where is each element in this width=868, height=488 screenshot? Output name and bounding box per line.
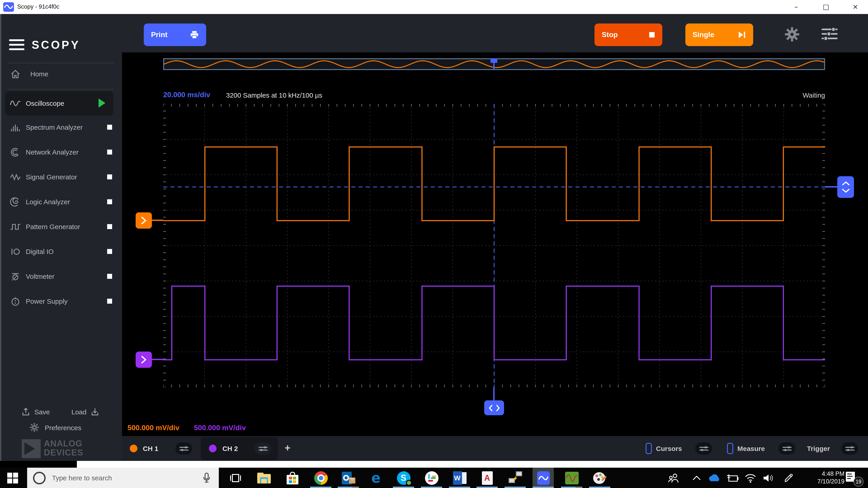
- sidebar-item-label: Pattern Generator: [26, 223, 80, 230]
- load-button[interactable]: Load: [71, 407, 100, 417]
- sidebar-item-voltmeter[interactable]: Voltmeter: [0, 264, 122, 289]
- word-button[interactable]: W: [449, 468, 470, 488]
- divider: [8, 89, 114, 90]
- sidebar-item-oscilloscope[interactable]: Oscilloscope: [5, 91, 114, 116]
- window-title: Scopy - 91c4f0c: [17, 3, 59, 10]
- sidebar-item-label: Power Supply: [26, 297, 68, 305]
- save-label: Save: [34, 408, 50, 416]
- taskbar-clock[interactable]: 4:48 PM 7/10/2019: [799, 470, 844, 485]
- running-underline: [421, 486, 442, 488]
- save-button[interactable]: Save: [21, 407, 50, 417]
- ch2-scale-label: 500.000 mV/div: [194, 424, 246, 432]
- task-view-button[interactable]: [225, 468, 246, 488]
- battery-icon[interactable]: [725, 471, 739, 485]
- gear-icon: [29, 422, 40, 433]
- paint-button[interactable]: [589, 468, 610, 488]
- menu-icon[interactable]: [9, 39, 24, 52]
- people-icon[interactable]: [667, 471, 680, 485]
- general-settings-sliders-icon[interactable]: [820, 26, 839, 44]
- microsoft-store-button[interactable]: [282, 468, 303, 488]
- onedrive-icon[interactable]: [708, 471, 721, 485]
- trigger-settings-button[interactable]: [841, 442, 858, 455]
- add-channel-button[interactable]: +: [281, 442, 294, 455]
- cursors-checkbox[interactable]: [646, 443, 652, 454]
- putty-button[interactable]: [504, 468, 526, 488]
- sidebar-item-label: Oscilloscope: [26, 99, 64, 107]
- chrome-button[interactable]: [310, 468, 331, 488]
- running-underline: [504, 486, 526, 488]
- preview-trigger-marker-handle[interactable]: [491, 58, 497, 63]
- sidebar-item-digital-io[interactable]: Digital IO: [0, 239, 122, 264]
- skype-icon: S: [397, 471, 410, 485]
- trigger-level-line: [825, 186, 837, 188]
- measure-checkbox[interactable]: [727, 443, 733, 454]
- ch2-color-dot[interactable]: [209, 445, 217, 452]
- paint-icon: [593, 471, 607, 485]
- waveforms-button[interactable]: [561, 468, 582, 488]
- sidebar-item-spectrum-analyzer[interactable]: Spectrum Analyzer: [0, 115, 122, 140]
- sidebar-item-label: Network Analyzer: [26, 148, 79, 156]
- task-view-icon: [229, 473, 242, 483]
- pen-icon[interactable]: [782, 471, 796, 485]
- sidebar-item-label: Signal Generator: [26, 173, 77, 181]
- single-label: Single: [692, 31, 714, 39]
- slack-button[interactable]: [421, 468, 442, 488]
- running-underline: [476, 486, 498, 488]
- sidebar-item-logic-analyzer[interactable]: Logic Analyzer: [0, 190, 122, 214]
- maximize-button[interactable]: □: [813, 0, 839, 14]
- start-button[interactable]: [2, 468, 23, 488]
- ch1-settings-button[interactable]: [176, 442, 192, 455]
- wifi-icon[interactable]: [744, 471, 757, 485]
- sidebar-item-home[interactable]: Home: [0, 62, 122, 86]
- sidebar-item-network-analyzer[interactable]: Network Analyzer: [0, 140, 122, 164]
- running-underline: [338, 486, 359, 488]
- taskbar-search-box[interactable]: Type here to search: [27, 468, 219, 488]
- digital-io-icon: [9, 246, 21, 258]
- voltmeter-icon: [9, 271, 21, 283]
- single-button[interactable]: Single: [685, 24, 753, 46]
- trigger-level-handle[interactable]: [837, 176, 854, 198]
- skype-button[interactable]: S: [393, 468, 414, 488]
- running-underline: [532, 486, 554, 488]
- measure-settings-button[interactable]: [778, 442, 795, 455]
- ch1-scale-label: 500.000 mV/div: [127, 424, 180, 432]
- close-button[interactable]: ×: [843, 0, 868, 14]
- ch2-offset-handle[interactable]: [135, 352, 152, 368]
- ch2-label[interactable]: CH 2: [222, 445, 238, 452]
- sidebar-item-signal-generator[interactable]: Signal Generator: [0, 165, 122, 189]
- running-underline: [561, 486, 582, 488]
- stopped-indicator-icon: [107, 299, 112, 304]
- acrobat-button[interactable]: A: [476, 468, 498, 488]
- analog-devices-logo: [22, 439, 41, 458]
- edge-button[interactable]: e: [365, 468, 386, 488]
- sidebar-item-power-supply[interactable]: Power Supply: [0, 289, 122, 314]
- ch1-color-dot[interactable]: [130, 445, 137, 452]
- cursors-settings-button[interactable]: [695, 442, 712, 455]
- tray-chevron-up-icon[interactable]: [690, 471, 704, 485]
- save-upload-icon: [21, 407, 31, 417]
- stopped-indicator-icon: [107, 150, 112, 155]
- sidebar-item-pattern-generator[interactable]: Pattern Generator: [0, 215, 122, 239]
- ch2-settings-button[interactable]: [254, 442, 271, 455]
- scope-plot[interactable]: [163, 104, 825, 387]
- outlook-button[interactable]: [338, 468, 359, 488]
- scopy-icon: [537, 471, 550, 485]
- sliders-icon: [845, 445, 855, 452]
- sidebar-item-label: Home: [30, 70, 49, 78]
- volume-icon[interactable]: [762, 471, 775, 485]
- minimize-button[interactable]: –: [783, 0, 809, 14]
- action-center-button[interactable]: 19: [844, 470, 864, 486]
- scopy-logo: SCOPY: [32, 38, 80, 52]
- scopy-taskbar-button[interactable]: [532, 468, 554, 488]
- ch1-offset-handle[interactable]: [135, 213, 152, 229]
- settings-gear-icon[interactable]: [783, 26, 802, 44]
- microphone-icon[interactable]: [203, 472, 211, 484]
- chevron-down-icon: [841, 188, 850, 193]
- stop-button[interactable]: Stop: [594, 24, 662, 46]
- sliders-icon: [179, 445, 189, 452]
- file-explorer-button[interactable]: [253, 468, 274, 488]
- preferences-button[interactable]: Preferences: [29, 422, 81, 433]
- trigger-position-handle[interactable]: [484, 400, 504, 415]
- ch1-label[interactable]: CH 1: [143, 445, 158, 452]
- print-button[interactable]: Print: [144, 24, 206, 46]
